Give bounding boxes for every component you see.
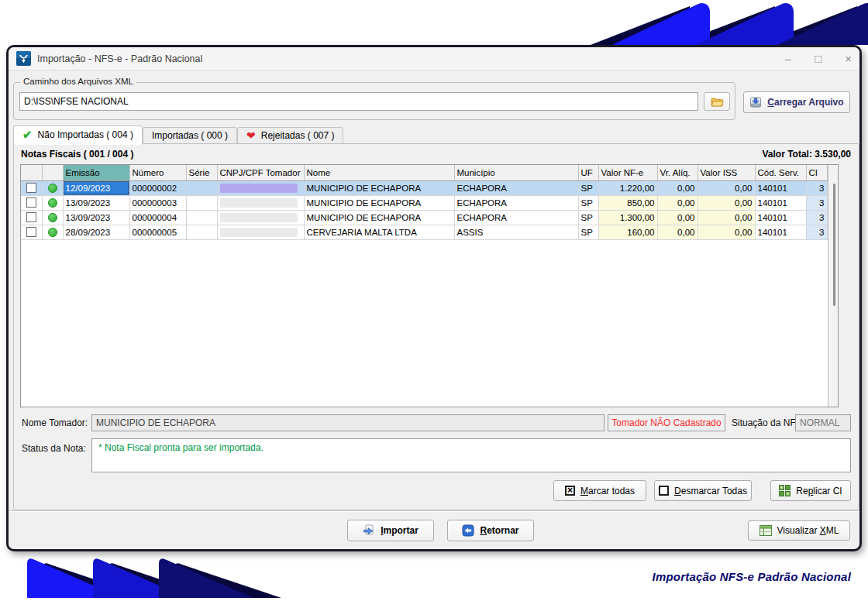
maximize-button[interactable]: □ (815, 53, 822, 64)
notes-count-title: Notas Fiscais ( 001 / 004 ) (21, 149, 133, 160)
redacted-cnpj (220, 228, 298, 237)
import-icon (363, 524, 375, 537)
column-header[interactable]: Município (454, 165, 578, 180)
cell-ci: 3 (806, 225, 827, 239)
import-dialog-window: Importação - NFS-e - Padrão Nacional – □… (6, 45, 862, 551)
load-file-button[interactable]: Carregar Arquivo (743, 91, 850, 113)
cell-serie (186, 195, 217, 210)
folder-icon (711, 96, 724, 108)
column-header[interactable]: Série (186, 165, 217, 180)
cell-numero: 000000004 (129, 210, 186, 225)
cell-ci: 3 (806, 210, 827, 225)
green-check-icon: ✔ (22, 130, 33, 139)
column-header[interactable]: Nome (304, 165, 454, 180)
cell-emissao: 13/09/2023 (63, 210, 129, 225)
scrollbar-thumb[interactable] (833, 184, 835, 306)
tab-label: Importadas ( 000 ) (152, 130, 228, 141)
cell-valor_nfe: 850,00 (598, 195, 657, 210)
cell-ci: 3 (806, 180, 827, 195)
column-header[interactable]: Valor ISS (698, 165, 755, 180)
redacted-cnpj (220, 198, 298, 208)
status-dot-icon (48, 213, 57, 222)
tab-importadas[interactable]: Importadas ( 000 ) (143, 127, 237, 144)
column-header[interactable] (42, 165, 63, 180)
window-title: Importação - NFS-e - Padrão Nacional (37, 53, 202, 64)
row-checkbox[interactable] (26, 197, 36, 208)
replicate-icon (779, 485, 790, 496)
table-row[interactable]: 13/09/2023000000004MUNICIPIO DE ECHAPORA… (21, 210, 827, 225)
cell-uf: SP (578, 180, 598, 195)
close-button[interactable]: × (845, 53, 852, 64)
grid-body: 12/09/2023000000002MUNICIPIO DE ECHAPORA… (21, 180, 827, 239)
tab-label: Não Importadas ( 004 ) (38, 129, 133, 140)
row-checkbox[interactable] (26, 212, 36, 222)
window-controls: – □ × (785, 53, 852, 64)
desmarcar-todas-button[interactable]: Desmarcar Todas (654, 480, 752, 501)
cell-valor_iss: 0,00 (698, 180, 755, 195)
column-header[interactable]: Número (129, 165, 186, 180)
column-header[interactable]: Emissão (63, 165, 129, 180)
return-icon (462, 524, 474, 537)
cell-serie (186, 210, 217, 225)
tomador-nao-cadastrado-badge: Tomador NÃO Cadastrado (608, 414, 725, 431)
checked-box-icon: × (565, 486, 575, 496)
grid-scrollbar[interactable] (828, 165, 839, 407)
marcar-todas-button[interactable]: × Marcar todas (553, 480, 646, 501)
cell-uf: SP (578, 195, 598, 210)
invoice-grid-body: EmissãoNúmeroSérieCNPJ/CPF TomadorNomeMu… (21, 165, 828, 407)
tab-rejeitadas[interactable]: ❤ Rejeitadas ( 007 ) (237, 127, 343, 144)
table-row[interactable]: 28/09/2023000000005CERVEJARIA MALTA LTDA… (21, 225, 827, 239)
tab-nao-importadas[interactable]: ✔ Não Importadas ( 004 ) (13, 125, 143, 145)
cell-municipio: ECHAPORA (454, 195, 578, 210)
unchecked-box-icon (659, 486, 669, 496)
redacted-cnpj (220, 213, 298, 222)
nome-tomador-label: Nome Tomador: (22, 417, 88, 428)
cell-valor_iss: 0,00 (698, 195, 755, 210)
status-nota-label: Status da Nota: (22, 443, 86, 454)
column-header[interactable]: CI (806, 165, 827, 180)
nome-tomador-field[interactable] (91, 414, 604, 431)
footer-bar: Importar Retornar Visualizar XML (9, 510, 859, 549)
cell-valor_nfe: 160,00 (598, 225, 657, 239)
column-header[interactable]: UF (578, 165, 598, 180)
column-header[interactable]: Vr. Alíq. (657, 165, 698, 180)
invoice-table: EmissãoNúmeroSérieCNPJ/CPF TomadorNomeMu… (21, 165, 828, 240)
row-checkbox[interactable] (26, 183, 36, 193)
situacao-nf-label: Situação da NF: (732, 417, 798, 428)
table-row[interactable]: 13/09/2023000000003MUNICIPIO DE ECHAPORA… (21, 195, 827, 210)
total-value-label: Valor Total: 3.530,00 (763, 149, 852, 160)
status-nota-text: * Nota Fiscal pronta para ser importada. (98, 442, 264, 453)
load-file-icon (749, 96, 762, 108)
cell-municipio: ECHAPORA (454, 180, 578, 195)
column-header[interactable]: CNPJ/CPF Tomador (217, 165, 304, 180)
xml-table-icon (760, 525, 772, 536)
tab-bar: ✔ Não Importadas ( 004 ) Importadas ( 00… (13, 125, 343, 144)
redacted-cnpj (220, 184, 298, 193)
grid-header: EmissãoNúmeroSérieCNPJ/CPF TomadorNomeMu… (21, 165, 827, 180)
visualizar-xml-button[interactable]: Visualizar XML (748, 520, 850, 541)
row-checkbox[interactable] (26, 227, 36, 237)
cell-vr_aliq: 0,00 (657, 180, 698, 195)
cell-numero: 000000005 (129, 225, 186, 239)
column-header[interactable]: Cód. Serv. (755, 165, 806, 180)
cell-cod_serv: 140101 (755, 180, 806, 195)
retornar-button[interactable]: Retornar (447, 520, 534, 541)
cell-vr_aliq: 0,00 (657, 225, 698, 239)
cell-emissao: 28/09/2023 (63, 225, 129, 239)
replicar-ci-button[interactable]: Replicar CI (770, 480, 851, 501)
situacao-nf-value: NORMAL (795, 414, 851, 431)
cell-nome: MUNICIPIO DE ECHAPORA (304, 195, 454, 210)
tomador-row: Nome Tomador: Tomador NÃO Cadastrado Sit… (14, 414, 859, 432)
minimize-button[interactable]: – (785, 53, 791, 64)
cell-ci: 3 (806, 195, 827, 210)
watermark-text: Importação NFS-e Padrão Nacional (653, 570, 851, 583)
decoration-top-right (0, 0, 868, 45)
cell-valor_nfe: 1.220,00 (598, 180, 657, 195)
column-header[interactable]: Valor NF-e (598, 165, 657, 180)
column-header[interactable] (21, 165, 42, 180)
table-row[interactable]: 12/09/2023000000002MUNICIPIO DE ECHAPORA… (21, 180, 827, 195)
browse-folder-button[interactable] (704, 92, 730, 111)
importar-button[interactable]: Importar (347, 520, 434, 541)
xml-path-input[interactable] (19, 92, 698, 111)
cell-valor_iss: 0,00 (698, 210, 755, 225)
